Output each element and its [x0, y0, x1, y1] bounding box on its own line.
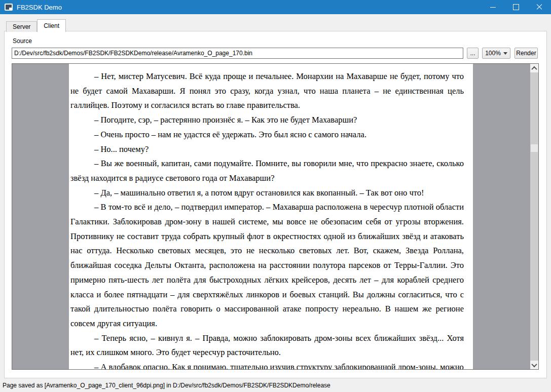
tab-client-label: Client: [44, 22, 59, 29]
render-button-label: Render: [516, 50, 536, 57]
scroll-up-button[interactable]: [530, 64, 538, 72]
close-button[interactable]: [528, 0, 551, 14]
scroll-down-button[interactable]: [530, 361, 538, 369]
vertical-scrollbar[interactable]: [530, 64, 538, 369]
tab-server[interactable]: Server: [6, 21, 37, 32]
app-icon: [5, 4, 13, 11]
browse-button-label: ...: [470, 50, 475, 57]
minimize-icon: [490, 7, 496, 8]
rendered-page: – Нет, мистер Матусевич. Всё куда проще …: [69, 64, 473, 369]
paragraph: – Погодите, сэр, – растерянно произнёс я…: [70, 113, 464, 128]
client-tab-panel: Source ... 100% Render – Нет, мистер Мат…: [4, 31, 547, 378]
scrollbar-thumb[interactable]: [531, 144, 538, 152]
paragraph: – Теперь ясно, – кивнул я. – Правда, мож…: [70, 331, 464, 360]
tab-server-label: Server: [13, 23, 30, 30]
minimize-button[interactable]: [481, 0, 504, 14]
window-title: FB2SDK Demo: [17, 4, 62, 11]
tab-bar: Server Client: [6, 19, 66, 32]
status-message: Page saved as [Avramenko_O_page_170_clie…: [3, 382, 330, 389]
dropdown-arrow-icon: [503, 52, 507, 55]
maximize-button[interactable]: [504, 0, 528, 14]
window-controls: [481, 0, 551, 14]
zoom-select[interactable]: 100%: [482, 48, 510, 59]
chevron-up-icon: [531, 66, 537, 71]
chevron-down-icon: [531, 361, 537, 367]
status-bar: Page saved as [Avramenko_O_page_170_clie…: [0, 378, 551, 392]
close-icon: [536, 4, 542, 10]
maximize-icon: [513, 4, 519, 10]
paragraph: – В том-то всё и дело, – подтвердил импе…: [70, 200, 464, 331]
source-label: Source: [13, 37, 32, 45]
paragraph: – А вдобавок опасно. Как я понимаю, тщат…: [70, 360, 464, 369]
source-path-input[interactable]: [12, 48, 463, 59]
paragraph: – Но... почему?: [70, 142, 464, 157]
paragraph: – Вы же военный, капитан, сами подумайте…: [70, 156, 464, 185]
zoom-value: 100%: [483, 50, 503, 57]
titlebar[interactable]: FB2SDK Demo: [0, 0, 551, 14]
render-viewport[interactable]: – Нет, мистер Матусевич. Всё куда проще …: [12, 63, 539, 370]
paragraph: – Очень просто – нам не удастся её удерж…: [70, 128, 464, 142]
browse-button[interactable]: ...: [467, 48, 479, 59]
tab-client[interactable]: Client: [37, 19, 66, 32]
paragraph: – Да, – машинально ответил я, а потом вд…: [70, 186, 464, 201]
paragraph: – Нет, мистер Матусевич. Всё куда проще …: [70, 69, 464, 113]
render-button[interactable]: Render: [515, 48, 538, 59]
page-text: – Нет, мистер Матусевич. Всё куда проще …: [69, 64, 473, 369]
